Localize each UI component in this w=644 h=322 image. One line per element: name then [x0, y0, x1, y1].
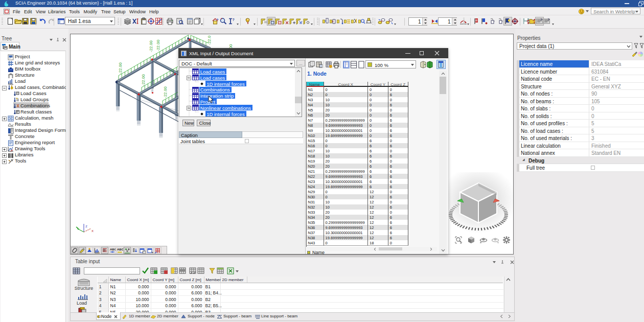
svg-text:?: ?: [233, 18, 235, 21]
svg-text:-22.00: -22.00: [149, 40, 153, 52]
svg-text:z: z: [85, 224, 87, 228]
svg-text:-22.00: -22.00: [156, 39, 160, 51]
svg-text:-22.00: -22.00: [118, 62, 123, 74]
svg-text:-22.0: -22.0: [207, 35, 212, 45]
svg-text:ABC: ABC: [117, 248, 123, 251]
svg-text:x: x: [91, 228, 94, 233]
svg-text:-22.00: -22.00: [141, 74, 146, 86]
svg-text:ABC: ABC: [110, 248, 116, 251]
svg-text:il: il: [98, 251, 99, 254]
svg-text:-22.00: -22.00: [163, 86, 168, 98]
